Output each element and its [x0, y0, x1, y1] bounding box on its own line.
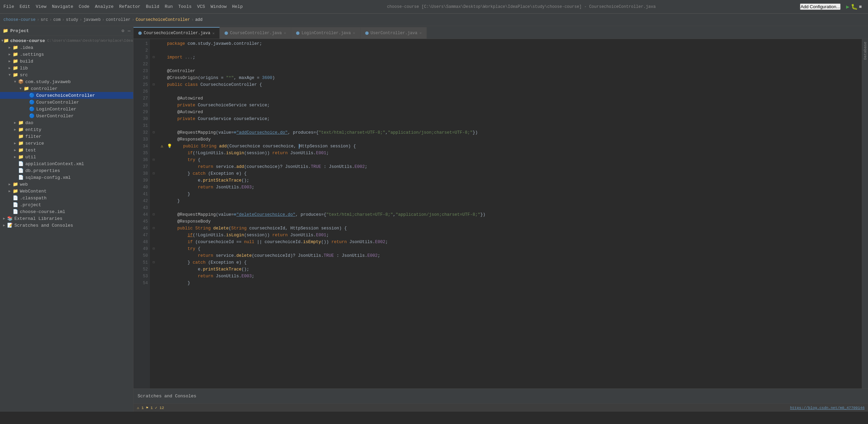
tree-file-icon: 📚 — [7, 216, 13, 221]
tree-item-src[interactable]: ▼📁src — [0, 71, 133, 78]
code-editor[interactable]: package com.study.javaweb.controller;⊟im… — [150, 39, 862, 388]
tab-close-2[interactable]: ✕ — [284, 31, 286, 35]
menu-code[interactable]: Code — [79, 4, 89, 9]
tree-item-dao[interactable]: ▶📁dao — [0, 119, 133, 126]
code-line: @ResponseBody — [150, 136, 862, 143]
tab-label-1: CoursechoiceController.java — [144, 31, 210, 36]
tree-item-logincontroller[interactable]: 🔵LoginController — [0, 106, 133, 112]
menu-help[interactable]: Help — [232, 4, 243, 9]
menu-window[interactable]: Window — [210, 4, 227, 9]
menu-view[interactable]: View — [36, 4, 46, 9]
stop-icon[interactable]: ■ — [859, 4, 862, 10]
tree-file-icon: 📝 — [7, 223, 13, 228]
code-line: e.printStackTrace(); — [150, 177, 862, 184]
debug-icon[interactable]: 🐛 — [851, 3, 858, 10]
fold-gutter-icon[interactable]: ⊟ — [153, 81, 157, 88]
tree-item-label: controller — [31, 86, 58, 91]
add-configuration-button[interactable]: Add Configuration... — [800, 3, 841, 10]
menu-analyze[interactable]: Analyze — [95, 4, 114, 9]
tree-item-dbprops[interactable]: 📄db.properties — [0, 167, 133, 174]
tree-item-extlibs[interactable]: ▶📚External Libraries — [0, 215, 133, 222]
tree-item-lib[interactable]: ▶📁lib — [0, 65, 133, 71]
tab-dot-3 — [296, 31, 299, 35]
tree-item-test[interactable]: ▶📁test — [0, 147, 133, 154]
tab-close-1[interactable]: ✕ — [212, 31, 215, 36]
fold-gutter-icon[interactable]: ⊟ — [153, 170, 157, 177]
breadcrumb-part-0[interactable]: choose-course — [3, 17, 36, 22]
tree-item-project[interactable]: 📄.project — [0, 201, 133, 208]
fold-gutter-icon[interactable]: ⊟ — [153, 211, 157, 218]
menu-file[interactable]: File — [3, 4, 14, 9]
run-icon[interactable]: ▶ — [846, 3, 850, 10]
code-line: @ResponseBody — [150, 218, 862, 225]
breadcrumb-part-1[interactable]: src — [41, 17, 48, 22]
tab-course[interactable]: CourseController.java ✕ — [220, 27, 291, 39]
tree-item-idea[interactable]: ▶📁.idea — [0, 44, 133, 51]
tree-item-sqlmap[interactable]: 📄sqlmap-config.xml — [0, 174, 133, 181]
tree-arrow-icon: ▶ — [7, 189, 12, 193]
tree-item-service[interactable]: ▶📁service — [0, 140, 133, 147]
breadcrumb-part-2[interactable]: com — [53, 17, 61, 22]
tree-item-classpath[interactable]: 📄.classpath — [0, 195, 133, 201]
breadcrumb-part-4[interactable]: javaweb — [84, 17, 101, 22]
menu-edit[interactable]: Edit — [20, 4, 30, 9]
fold-gutter-icon[interactable]: ⊟ — [153, 246, 157, 252]
code-line — [150, 204, 862, 211]
tab-login[interactable]: LoginController.java ✕ — [291, 27, 360, 39]
tree-item-filter[interactable]: 📁filter — [0, 133, 133, 140]
breadcrumb-part-6[interactable]: CoursechoiceController — [136, 17, 190, 22]
menu-build[interactable]: Build — [146, 4, 159, 9]
tree-item-usercontroller[interactable]: 🔵UserController — [0, 112, 133, 119]
fold-gutter-icon[interactable]: ⊟ — [153, 225, 157, 232]
bulb-icon[interactable]: 💡 — [167, 143, 172, 150]
sidebar-settings-icon[interactable]: ⚙ — [122, 28, 124, 34]
tree-file-icon: 📁 — [12, 58, 18, 64]
tree-item-scratches[interactable]: ▶📝Scratches and Consoles — [0, 222, 133, 229]
menu-run[interactable]: Run — [165, 4, 173, 9]
tree-item-entity[interactable]: ▶📁entity — [0, 126, 133, 133]
tree-item-label: CourseController — [36, 100, 79, 105]
fold-gutter-icon[interactable]: ⊟ — [153, 129, 157, 136]
menu-vcs[interactable]: VCS — [197, 4, 205, 9]
tree-item-coursechoice[interactable]: 🔵CoursechoiceController — [0, 92, 133, 99]
tree-file-icon: 📦 — [18, 79, 24, 84]
tree-item-build[interactable]: ▶📁build — [0, 58, 133, 65]
database-label[interactable]: Database — [863, 42, 867, 60]
tree-item-root[interactable]: ▼ 📁 choose-course C:\Users\Sammax\Deskto… — [0, 37, 133, 44]
fold-gutter-icon[interactable]: ⊟ — [153, 157, 157, 163]
sidebar-header: 📁 Project ⚙ — — [0, 26, 133, 36]
tree-item-util[interactable]: ▶📁util — [0, 154, 133, 160]
code-line: ⊟ @RequestMapping(value=⊕"addCoursechoic… — [150, 129, 862, 136]
breadcrumb-part-3[interactable]: study — [66, 17, 78, 22]
tree-item-appcontext[interactable]: 📄applicationContext.xml — [0, 160, 133, 167]
tree-item-webcontent[interactable]: ▶📁WebContent — [0, 188, 133, 195]
menu-bar[interactable]: File Edit View Navigate Code Analyze Ref… — [3, 4, 243, 9]
breadcrumb-part-7[interactable]: add — [195, 17, 203, 22]
line-content: } — [167, 280, 859, 287]
tree-file-icon: 📄 — [18, 168, 24, 173]
tab-user[interactable]: UserController.java ✕ — [360, 27, 427, 39]
menu-refactor[interactable]: Refactor — [119, 4, 140, 9]
tree-item-controller[interactable]: ▼📁controller — [0, 85, 133, 92]
sidebar-collapse-icon[interactable]: — — [128, 28, 130, 34]
fold-gutter-icon[interactable]: ⊟ — [153, 54, 157, 61]
breadcrumb-part-5[interactable]: controller — [106, 17, 130, 22]
tree-item-settings[interactable]: ▶📁.settings — [0, 51, 133, 58]
menu-navigate[interactable]: Navigate — [52, 4, 73, 9]
tab-coursechoice[interactable]: CoursechoiceController.java ✕ — [133, 27, 220, 39]
fold-gutter-icon[interactable]: ⊟ — [153, 259, 157, 266]
tree-item-com[interactable]: ▼📦com.study.javaweb — [0, 78, 133, 85]
tree-file-icon: 🔵 — [29, 106, 35, 112]
scratches-label[interactable]: Scratches and Consoles — [138, 394, 196, 399]
bottom-panel: Scratches and Consoles — [133, 388, 868, 403]
tree-item-coursecontroller[interactable]: 🔵CourseController — [0, 99, 133, 106]
menu-tools[interactable]: Tools — [178, 4, 192, 9]
tree-item-label: choose-course.iml — [20, 209, 65, 214]
line-content: if(!LoginUtils.isLogin(session)) return … — [167, 150, 859, 157]
status-url[interactable]: https://blog.csdn.net/m0_47709146 — [790, 406, 865, 410]
tab-close-4[interactable]: ✕ — [419, 31, 422, 35]
line-numbers: 1232223242526272829303132333435363738394… — [133, 39, 150, 388]
tree-item-choosecourse[interactable]: 📄choose-course.iml — [0, 208, 133, 215]
tree-item-web[interactable]: ▶📁web — [0, 181, 133, 188]
tab-close-3[interactable]: ✕ — [353, 31, 355, 35]
